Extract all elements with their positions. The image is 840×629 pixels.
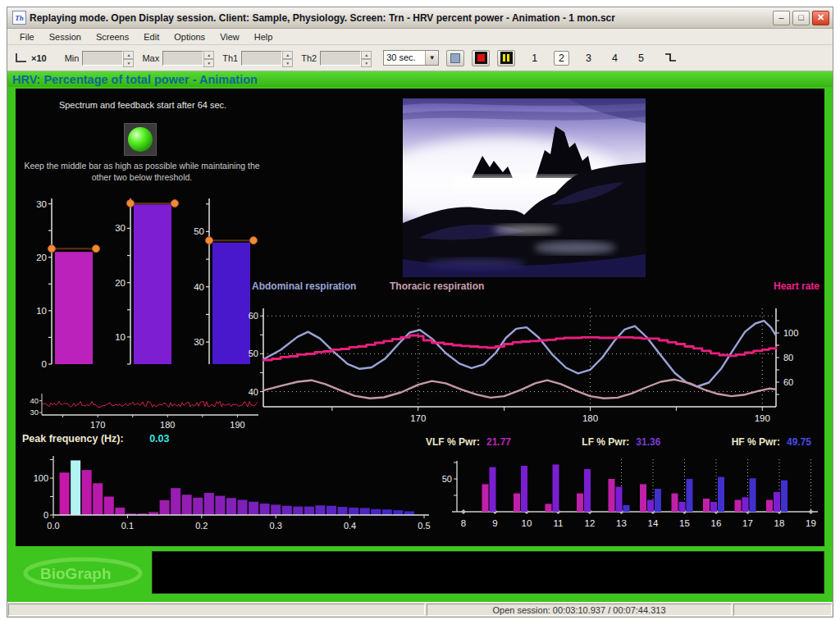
- curve-legend: Abdominal respiration Thoracic respirati…: [252, 280, 821, 294]
- th1-spinner[interactable]: ▲▼: [282, 51, 293, 66]
- app-icon: Th: [12, 11, 26, 25]
- close-button[interactable]: ✕: [812, 11, 829, 25]
- physiology-line-chart: 4050601701801906080100: [247, 299, 821, 430]
- svg-text:50: 50: [249, 349, 258, 358]
- legend-heart-rate: Heart rate: [774, 280, 819, 292]
- svg-text:11: 11: [554, 518, 564, 528]
- svg-text:14: 14: [648, 518, 659, 528]
- min-input[interactable]: [82, 51, 123, 66]
- svg-text:17: 17: [742, 518, 753, 528]
- svg-text:100: 100: [783, 328, 798, 338]
- svg-text:60: 60: [783, 377, 793, 387]
- pause-icon: [500, 52, 513, 64]
- max-field-label: Max: [142, 53, 159, 63]
- svg-text:30: 30: [36, 199, 47, 209]
- svg-text:0.3: 0.3: [270, 521, 282, 531]
- power-spectrum-histogram: 10000.00.10.20.30.40.5: [24, 449, 434, 535]
- record-button[interactable]: [472, 50, 490, 66]
- screen-header: HRV: Percentage of total power - Animati…: [7, 71, 833, 87]
- legend-abdominal: Abdominal respiration: [252, 280, 356, 292]
- menu-session[interactable]: Session: [42, 30, 89, 43]
- svg-text:0.1: 0.1: [121, 521, 134, 531]
- toolbar: ×10 Min ▲▼ Max ▲▼ Th1 ▲▼ Th2 ▲▼ 30 sec. …: [7, 45, 833, 71]
- svg-text:190: 190: [755, 413, 770, 423]
- menu-view[interactable]: View: [212, 30, 247, 43]
- svg-text:0.4: 0.4: [344, 521, 356, 531]
- svg-text:18: 18: [774, 518, 785, 528]
- svg-text:50: 50: [442, 474, 452, 484]
- svg-text:80: 80: [783, 353, 793, 362]
- power-stats: VLF % Pwr:21.77 LF % Pwr:31.36 HF % Pwr:…: [426, 436, 811, 448]
- svg-text:0.2: 0.2: [195, 521, 208, 531]
- title-bar[interactable]: Th Replaying mode. Open Display session.…: [7, 7, 833, 29]
- menu-edit[interactable]: Edit: [136, 30, 167, 43]
- svg-text:30: 30: [30, 408, 39, 417]
- svg-text:15: 15: [679, 518, 690, 528]
- th2-spinner[interactable]: ▲▼: [361, 51, 372, 66]
- status-spacer-right: [733, 604, 832, 616]
- th1-field-label: Th1: [222, 53, 238, 63]
- svg-text:100: 100: [34, 473, 48, 483]
- threshold-step-icon[interactable]: [663, 52, 678, 64]
- chevron-down-icon[interactable]: ▼: [425, 51, 438, 65]
- menu-bar: File Session Screens Edit Options View H…: [7, 29, 833, 45]
- menu-help[interactable]: Help: [247, 30, 281, 43]
- screen-button-1[interactable]: 1: [527, 52, 541, 65]
- th1-input[interactable]: [241, 51, 282, 66]
- svg-text:8: 8: [461, 518, 466, 528]
- feedback-light: [124, 123, 157, 156]
- status-spacer: [8, 604, 425, 616]
- application-window: Th Replaying mode. Open Display session.…: [7, 7, 833, 618]
- svg-text:190: 190: [230, 420, 244, 430]
- record-icon: [475, 52, 487, 64]
- menu-screens[interactable]: Screens: [89, 30, 136, 43]
- svg-text:0: 0: [42, 359, 47, 369]
- peak-frequency-readout: Peak frequency (Hz): 0.03: [22, 433, 169, 444]
- menu-file[interactable]: File: [12, 30, 42, 43]
- legend-thoracic: Thoracic respiration: [390, 280, 484, 292]
- instruction-text-top: Spectrum and feedback start after 64 sec…: [16, 100, 270, 110]
- svg-text:13: 13: [616, 518, 627, 528]
- svg-text:40: 40: [249, 387, 258, 397]
- axis-corner-icon[interactable]: [16, 53, 26, 62]
- max-spinner[interactable]: ▲▼: [203, 51, 214, 66]
- screen-button-2[interactable]: 2: [554, 51, 569, 66]
- status-bar: Open session: 00:03:10.937 / 00:07:44.31…: [7, 602, 833, 617]
- svg-text:0.0: 0.0: [47, 521, 59, 531]
- th2-field-label: Th2: [301, 53, 317, 63]
- min-spinner[interactable]: ▲▼: [123, 51, 134, 66]
- interval-select[interactable]: 30 sec. ▼: [383, 50, 439, 66]
- svg-text:50: 50: [194, 226, 204, 236]
- svg-text:10: 10: [115, 332, 126, 342]
- times-ten-label: ×10: [31, 53, 47, 63]
- svg-text:16: 16: [711, 518, 722, 528]
- screen-button-3[interactable]: 3: [582, 52, 596, 65]
- svg-text:0.5: 0.5: [418, 521, 430, 531]
- feedback-bar-charts: 0102030102030304050: [27, 192, 263, 381]
- th2-input[interactable]: [320, 51, 361, 66]
- session-time: Open session: 00:03:10.937 / 00:07:44.31…: [427, 604, 732, 616]
- pause-button[interactable]: [497, 50, 515, 66]
- svg-text:180: 180: [582, 413, 598, 423]
- svg-text:60: 60: [249, 311, 258, 321]
- min-field-label: Min: [65, 53, 80, 63]
- svg-text:BioGraph: BioGraph: [40, 565, 112, 582]
- screen-title: HRV: Percentage of total power - Animati…: [12, 73, 258, 86]
- maximize-button[interactable]: □: [792, 11, 810, 25]
- screen-button-4[interactable]: 4: [608, 52, 622, 65]
- vlf-stat: VLF % Pwr:21.77: [426, 436, 511, 448]
- menu-options[interactable]: Options: [167, 30, 212, 43]
- svg-text:10: 10: [522, 518, 532, 528]
- screen-content: Spectrum and feedback start after 64 sec…: [7, 87, 833, 602]
- peak-frequency-strip-chart: 4030170180190: [27, 385, 263, 433]
- stop-button[interactable]: [446, 50, 464, 66]
- svg-text:12: 12: [585, 518, 596, 528]
- max-input[interactable]: [162, 51, 203, 66]
- svg-text:19: 19: [806, 518, 816, 528]
- screen-button-5[interactable]: 5: [634, 52, 648, 65]
- minimize-button[interactable]: –: [773, 11, 790, 25]
- interval-value: 30 sec.: [384, 51, 425, 65]
- peak-frequency-value: 0.03: [149, 433, 169, 444]
- svg-text:170: 170: [410, 413, 426, 423]
- instruction-text-threshold: Keep the middle bar as high as possible …: [21, 161, 263, 183]
